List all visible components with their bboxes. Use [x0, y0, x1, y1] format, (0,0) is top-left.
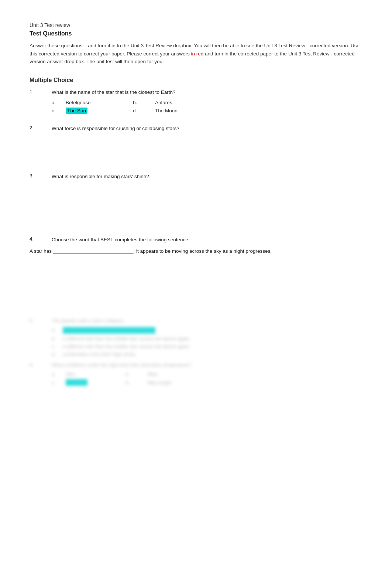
blurred-q5-number: 5. — [30, 318, 52, 323]
blurred-q6-choices: a. Miku b. Miku c. d. Miku-bright — [52, 371, 362, 386]
blurred-q5-a-label: a. — [52, 327, 63, 334]
blurred-q5-b: b. A different star then the middle star… — [52, 336, 362, 341]
blurred-q6-b: Miku — [148, 371, 221, 377]
choice-1d: The Moon — [155, 108, 236, 114]
blurred-q6-b-label: b. — [125, 371, 148, 377]
multiple-choice-heading: Multiple Choice — [30, 77, 362, 84]
blurred-q5-c-label: c. — [52, 344, 63, 349]
question-2-row: 2. What force is responsible for crushin… — [30, 125, 362, 132]
blurred-q6-number: 6. — [30, 362, 52, 368]
blurred-q5-c: c. A different star then the middle star… — [52, 344, 362, 349]
question-4-extra-space — [30, 281, 362, 303]
blurred-q5-b-value: A different star then the middle star ca… — [63, 336, 362, 341]
choice-1b-label: b. — [133, 100, 144, 105]
choice-1b-value: Antares — [155, 100, 172, 105]
blurred-q6: 6. What conditions under the right area … — [30, 362, 362, 368]
section-heading: Test Questions — [30, 30, 362, 38]
choice-1d-label-cell: d. — [133, 108, 155, 114]
blurred-q6-a: a. Miku — [52, 371, 125, 377]
blurred-q5-d-value: combination extra then high exists. — [63, 351, 362, 357]
question-3-space — [30, 184, 362, 210]
choice-1d-value: The Moon — [155, 108, 178, 113]
question-2-space — [30, 136, 362, 162]
blurred-q6-a-label: a. — [52, 371, 63, 377]
blurred-q5-d-label: d. — [52, 351, 63, 357]
question-4-space — [30, 255, 362, 281]
choice-1b-label-cell: b. — [133, 100, 155, 105]
blurred-q5: 5. The planets orbit a star in ellipses. — [30, 318, 362, 323]
question-2: 2. What force is responsible for crushin… — [30, 125, 362, 162]
blurred-q5-text: The planets orbit a star in ellipses. — [52, 318, 362, 323]
question-1-row: 1. What is the name of the star that is … — [30, 89, 362, 96]
blurred-q6-d-label: d. — [125, 379, 148, 386]
blurred-q6-d-value: Miku-bright — [148, 380, 221, 385]
choice-1c-value: The Sun — [66, 108, 87, 114]
question-4-sentence: A star has _____________________________… — [30, 247, 362, 255]
instructions: Answer these questions – and turn it in … — [30, 42, 362, 66]
blurred-q6-d: Miku-bright — [148, 379, 221, 386]
choice-1c-label: c. — [52, 108, 63, 113]
blurred-q5-b-label: b. — [52, 336, 63, 341]
question-3-text: What is responsible for making stars' sh… — [52, 173, 362, 180]
choice-1a: a. Betelgeuse — [52, 100, 133, 105]
blurred-q6-a-value: Miku — [66, 371, 125, 377]
question-4: 4. Choose the word that BEST completes t… — [30, 236, 362, 303]
blurred-q6-text: What conditions under the right area the… — [52, 362, 362, 368]
choice-1c: c. The Sun — [52, 108, 133, 114]
question-1: 1. What is the name of the star that is … — [30, 89, 362, 114]
blurred-q5-a-value — [63, 327, 155, 334]
blurred-q6-c: c. — [52, 379, 125, 386]
choice-1a-label: a. — [52, 100, 63, 105]
choice-1a-value: Betelgeuse — [66, 100, 91, 105]
blurred-q5-choices: a. b. A different star then the middle s… — [52, 327, 362, 357]
question-4-text: Choose the word that BEST completes the … — [52, 236, 362, 244]
blurred-q6-c-value — [66, 379, 87, 386]
question-2-number: 2. — [30, 125, 52, 132]
blurred-q6-b-value: Miku — [148, 371, 221, 377]
question-1-choices: a. Betelgeuse b. Antares c. The Sun d. T… — [52, 100, 362, 114]
blurred-q5-d: d. combination extra then high exists. — [52, 351, 362, 357]
blurred-questions: 5. The planets orbit a star in ellipses.… — [30, 318, 362, 386]
blurred-q6-b-l: b. — [125, 371, 137, 377]
question-4-number: 4. — [30, 236, 52, 244]
question-3-row: 3. What is responsible for making stars'… — [30, 173, 362, 180]
choice-1b: Antares — [155, 100, 236, 105]
question-3-extra-space — [30, 210, 362, 225]
question-3-number: 3. — [30, 173, 52, 180]
instructions-red: in red — [191, 51, 203, 57]
blurred-q6-choices-grid: a. Miku b. Miku c. d. Miku-bright — [52, 371, 362, 386]
question-4-row: 4. Choose the word that BEST completes t… — [30, 236, 362, 244]
choice-1d-label: d. — [133, 108, 144, 113]
document-title: Unit 3 Test review — [30, 22, 362, 28]
blurred-q5-a: a. — [52, 327, 362, 334]
question-3: 3. What is responsible for making stars'… — [30, 173, 362, 225]
blurred-q5-c-value: A different star then the middle star ca… — [63, 344, 362, 349]
question-1-text: What is the name of the star that is the… — [52, 89, 362, 96]
blurred-q6-d-l: d. — [125, 380, 137, 385]
question-2-text: What force is responsible for crushing o… — [52, 125, 362, 132]
blurred-q6-c-label: c. — [52, 380, 63, 385]
question-1-number: 1. — [30, 89, 52, 96]
